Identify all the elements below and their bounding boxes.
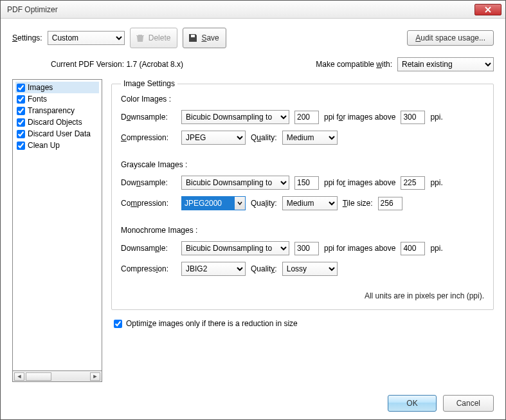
sidebar-item-label: Fonts bbox=[28, 95, 47, 104]
color-title: Color Images : bbox=[121, 95, 484, 104]
image-settings-fieldset: Image Settings Color Images : Downsample… bbox=[111, 79, 494, 310]
sidebar-check-fonts[interactable] bbox=[17, 95, 25, 104]
gray-title: Grayscale Images : bbox=[121, 160, 484, 169]
settings-combo[interactable]: Custom bbox=[48, 31, 125, 45]
sidebar-item-label: Clean Up bbox=[28, 141, 60, 150]
settings-label: Settings: bbox=[12, 33, 42, 42]
mono-above-input[interactable] bbox=[401, 242, 425, 255]
close-button[interactable] bbox=[474, 4, 501, 15]
sidebar-item-label: Discard User Data bbox=[28, 129, 91, 138]
scroll-right-icon[interactable]: ► bbox=[90, 372, 100, 381]
sidebar-item-clean-up[interactable]: Clean Up bbox=[15, 140, 99, 151]
compression-label: Compression: bbox=[121, 199, 176, 208]
gray-group: Grayscale Images : Downsample: Bicubic D… bbox=[121, 160, 484, 210]
gray-above-input[interactable] bbox=[401, 176, 425, 190]
optimize-row: Optimize images only if there is a reduc… bbox=[114, 319, 494, 328]
sidebar-item-fonts[interactable]: Fonts bbox=[15, 93, 99, 105]
ok-button[interactable]: OK bbox=[388, 395, 436, 412]
disk-icon bbox=[187, 32, 199, 44]
ppi-label: ppi. bbox=[430, 178, 442, 187]
quality-label: Quality: bbox=[251, 199, 277, 208]
mono-ppi-input[interactable] bbox=[294, 242, 319, 255]
mono-group: Monochrome Images : Downsample: Bicubic … bbox=[121, 226, 484, 276]
scroll-thumb[interactable] bbox=[26, 372, 51, 381]
top-row: Settings: Custom Delete Save Audit space… bbox=[12, 28, 494, 48]
sidebar-item-transparency[interactable]: Transparency bbox=[15, 105, 99, 116]
downsample-label: Downsample: bbox=[121, 113, 176, 122]
scroll-left-icon[interactable]: ◄ bbox=[14, 372, 24, 381]
gray-tile-input[interactable] bbox=[378, 197, 402, 210]
settings-panel: Image Settings Color Images : Downsample… bbox=[111, 79, 494, 382]
ppi-label: ppi. bbox=[430, 113, 442, 122]
gray-quality-combo[interactable]: Medium bbox=[282, 196, 338, 210]
compression-label: Compression: bbox=[121, 264, 176, 273]
quality-label: Quality: bbox=[251, 133, 277, 142]
close-icon bbox=[485, 6, 491, 13]
sidebar-item-label: Discard Objects bbox=[28, 118, 82, 127]
audit-button[interactable]: Audit space usage... bbox=[407, 30, 494, 46]
sidebar-hscroll[interactable]: ◄ ► bbox=[12, 371, 102, 382]
ppi-label: ppi. bbox=[430, 244, 442, 253]
units-note: All units are in pixels per inch (ppi). bbox=[121, 291, 484, 300]
fieldset-legend: Image Settings bbox=[121, 79, 177, 88]
mono-compression-combo[interactable]: JBIG2 bbox=[181, 262, 246, 276]
sidebar-item-label: Images bbox=[28, 83, 53, 92]
dialog-body: Settings: Custom Delete Save Audit space… bbox=[1, 19, 505, 419]
optimize-label: Optimize images only if there is a reduc… bbox=[126, 319, 298, 328]
ppi-above-label: ppi for images above bbox=[324, 113, 395, 122]
sidebar-check-images[interactable] bbox=[17, 84, 25, 92]
compat-label: Make compatible with: bbox=[316, 60, 392, 69]
delete-button[interactable]: Delete bbox=[130, 28, 178, 48]
current-version-label: Current PDF Version: 1.7 (Acrobat 8.x) bbox=[51, 60, 183, 69]
ppi-above-label: ppi for images above bbox=[324, 178, 395, 187]
sidebar-item-discard-user-data[interactable]: Discard User Data bbox=[15, 128, 99, 140]
mono-downsample-combo[interactable]: Bicubic Downsampling to bbox=[181, 241, 289, 255]
color-group: Color Images : Downsample: Bicubic Downs… bbox=[121, 95, 484, 145]
pdf-optimizer-window: PDF Optimizer Settings: Custom Delete Sa… bbox=[0, 0, 506, 420]
tile-label: Tile size: bbox=[343, 199, 373, 208]
sidebar: Images Fonts Transparency Discard Object… bbox=[12, 79, 102, 382]
sidebar-check-discard-user-data[interactable] bbox=[17, 130, 25, 138]
sidebar-item-discard-objects[interactable]: Discard Objects bbox=[15, 116, 99, 128]
optimize-checkbox[interactable] bbox=[114, 320, 122, 328]
compat-combo[interactable]: Retain existing bbox=[397, 57, 494, 71]
category-list[interactable]: Images Fonts Transparency Discard Object… bbox=[12, 79, 102, 371]
downsample-label: Downsample: bbox=[121, 178, 176, 187]
version-row: Current PDF Version: 1.7 (Acrobat 8.x) M… bbox=[12, 57, 494, 71]
color-ppi-input[interactable] bbox=[294, 111, 319, 124]
gray-compression-combo[interactable]: JPEG2000 bbox=[181, 196, 246, 210]
bottom-buttons: OK Cancel bbox=[12, 382, 494, 412]
compression-label: Compression: bbox=[121, 133, 176, 142]
main-area: Images Fonts Transparency Discard Object… bbox=[12, 79, 494, 382]
mono-title: Monochrome Images : bbox=[121, 226, 484, 235]
color-compression-combo[interactable]: JPEG bbox=[181, 131, 246, 145]
save-button[interactable]: Save bbox=[183, 28, 226, 48]
window-title: PDF Optimizer bbox=[7, 5, 474, 14]
ppi-above-label: ppi for images above bbox=[324, 244, 395, 253]
color-quality-combo[interactable]: Medium bbox=[282, 131, 338, 145]
cancel-button[interactable]: Cancel bbox=[443, 395, 494, 412]
gray-ppi-input[interactable] bbox=[294, 176, 319, 190]
mono-quality-combo[interactable]: Lossy bbox=[282, 262, 338, 276]
color-above-input[interactable] bbox=[401, 111, 425, 124]
sidebar-check-clean-up[interactable] bbox=[17, 142, 25, 150]
titlebar: PDF Optimizer bbox=[1, 1, 505, 19]
quality-label: Quality: bbox=[251, 264, 277, 273]
color-downsample-combo[interactable]: Bicubic Downsampling to bbox=[181, 110, 289, 124]
sidebar-item-images[interactable]: Images bbox=[15, 82, 99, 93]
chevron-down-icon bbox=[234, 197, 245, 210]
sidebar-check-transparency[interactable] bbox=[17, 107, 25, 115]
gray-downsample-combo[interactable]: Bicubic Downsampling to bbox=[181, 176, 289, 190]
sidebar-check-discard-objects[interactable] bbox=[17, 118, 25, 127]
downsample-label: Downsample: bbox=[121, 244, 176, 253]
sidebar-item-label: Transparency bbox=[28, 106, 75, 115]
trash-icon bbox=[134, 32, 146, 44]
